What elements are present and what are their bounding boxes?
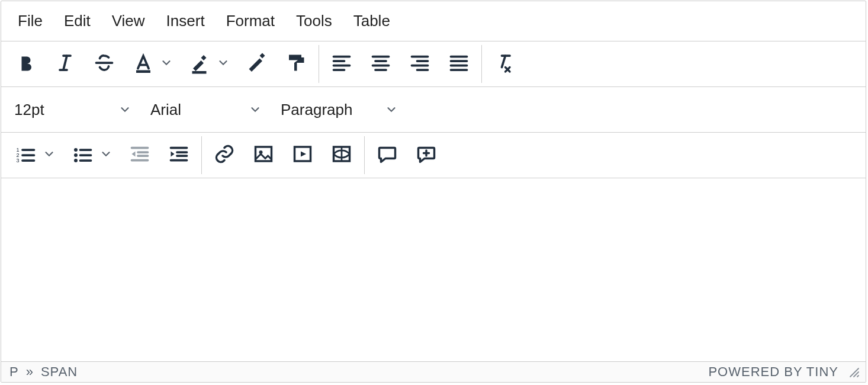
chevron-down-icon[interactable]	[43, 147, 58, 163]
font-size-value: 12pt	[14, 101, 44, 119]
toolbar-row-3: 123	[1, 133, 866, 178]
add-comment-button[interactable]	[412, 141, 441, 169]
group-clear	[482, 45, 527, 83]
outdent-icon	[129, 143, 150, 167]
editor-content-area[interactable]	[1, 178, 866, 361]
menu-table[interactable]: Table	[345, 6, 403, 36]
strikethrough-button[interactable]	[90, 50, 118, 78]
powered-by-label[interactable]: POWERED BY TINY	[708, 364, 838, 380]
align-left-button[interactable]	[327, 50, 356, 78]
group-lists: 123	[4, 136, 202, 174]
svg-rect-9	[256, 147, 272, 161]
clear-formatting-icon	[494, 52, 515, 76]
image-icon	[253, 143, 274, 167]
menu-edit[interactable]: Edit	[56, 6, 104, 36]
numbered-list-button[interactable]: 123	[12, 141, 58, 169]
block-format-value: Paragraph	[281, 101, 352, 119]
media-icon	[292, 143, 313, 167]
bullet-list-button[interactable]	[69, 141, 115, 169]
permanent-pen-button[interactable]	[243, 50, 271, 78]
editor-container: File Edit View Insert Format Tools Table	[1, 1, 866, 383]
link-icon	[214, 143, 235, 167]
svg-rect-1	[192, 71, 207, 74]
text-color-icon	[129, 50, 157, 78]
block-format-select[interactable]: Paragraph	[270, 91, 406, 129]
group-comments	[365, 136, 449, 174]
indent-button[interactable]	[165, 141, 193, 169]
pen-icon	[246, 52, 268, 76]
svg-rect-0	[136, 70, 150, 73]
media-button[interactable]	[288, 141, 317, 169]
strikethrough-icon	[94, 52, 115, 76]
svg-point-7	[74, 153, 78, 157]
path-span[interactable]: SPAN	[41, 364, 78, 380]
svg-point-8	[74, 159, 78, 162]
link-button[interactable]	[210, 141, 239, 169]
statusbar: P » SPAN POWERED BY TINY	[1, 361, 866, 382]
path-separator: »	[26, 364, 34, 380]
font-size-select[interactable]: 12pt	[4, 91, 140, 129]
menubar: File Edit View Insert Format Tools Table	[1, 1, 866, 41]
font-family-value: Arial	[150, 101, 181, 119]
group-insert	[202, 136, 365, 174]
highlight-icon	[186, 50, 214, 78]
bold-button[interactable]	[12, 50, 40, 78]
chevron-down-icon	[118, 102, 134, 117]
menu-tools[interactable]: Tools	[288, 6, 345, 36]
indent-icon	[168, 143, 189, 167]
menu-file[interactable]: File	[9, 6, 56, 36]
toolbar-row-2: 12pt Arial Paragraph	[1, 87, 866, 133]
resize-icon	[848, 366, 860, 381]
show-comments-button[interactable]	[373, 141, 401, 169]
numbered-list-icon: 123	[12, 141, 40, 169]
add-comment-icon	[416, 143, 437, 167]
element-path: P » SPAN	[9, 364, 78, 380]
group-alignment	[319, 45, 482, 83]
align-left-icon	[331, 52, 352, 76]
page-embed-icon	[331, 143, 352, 167]
menu-format[interactable]: Format	[218, 6, 288, 36]
path-p[interactable]: P	[9, 364, 19, 380]
format-painter-button[interactable]	[282, 50, 310, 78]
clear-formatting-button[interactable]	[490, 50, 519, 78]
chevron-down-icon[interactable]	[99, 147, 115, 163]
page-embed-button[interactable]	[327, 141, 356, 169]
align-right-icon	[409, 52, 430, 76]
format-painter-icon	[285, 52, 307, 76]
group-text-style	[4, 45, 319, 83]
outdent-button[interactable]	[126, 141, 154, 169]
text-color-button[interactable]	[129, 50, 175, 78]
italic-icon	[54, 52, 76, 76]
comment-icon	[377, 143, 398, 167]
align-center-icon	[370, 52, 391, 76]
chevron-down-icon[interactable]	[160, 56, 175, 72]
svg-text:3: 3	[17, 158, 20, 163]
menu-insert[interactable]: Insert	[158, 6, 218, 36]
svg-point-6	[74, 148, 78, 152]
bullet-list-icon	[69, 141, 97, 169]
chevron-down-icon	[385, 102, 400, 117]
toolbar-row-1	[1, 41, 866, 87]
bold-icon	[15, 52, 37, 76]
chevron-down-icon	[249, 102, 264, 117]
italic-button[interactable]	[51, 50, 79, 78]
chevron-down-icon[interactable]	[217, 56, 232, 72]
align-justify-button[interactable]	[445, 50, 473, 78]
resize-handle[interactable]	[848, 366, 860, 378]
align-justify-icon	[448, 52, 470, 76]
font-family-select[interactable]: Arial	[140, 91, 270, 129]
align-right-button[interactable]	[406, 50, 434, 78]
image-button[interactable]	[249, 141, 278, 169]
menu-view[interactable]: View	[104, 6, 158, 36]
background-color-button[interactable]	[186, 50, 232, 78]
align-center-button[interactable]	[367, 50, 395, 78]
